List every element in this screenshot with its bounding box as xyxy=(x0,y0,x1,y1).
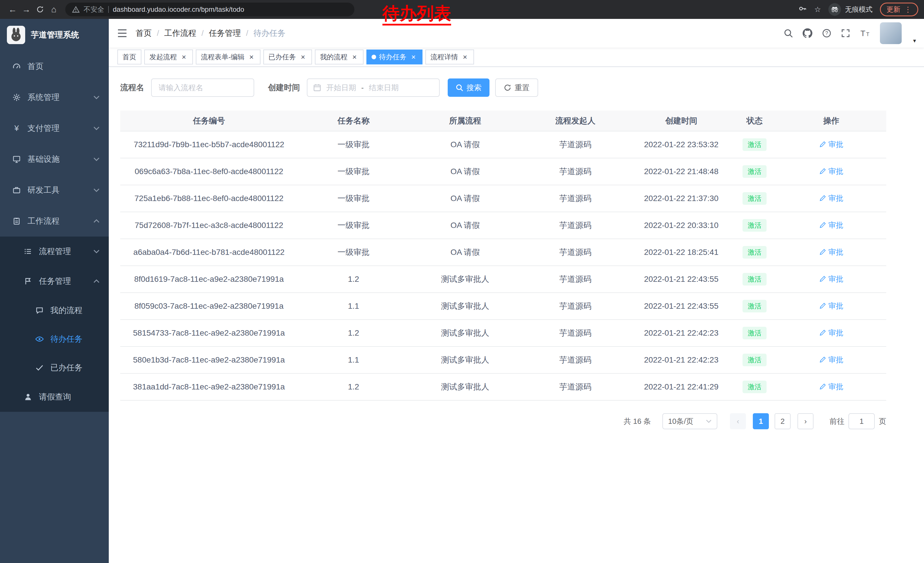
tab-item[interactable]: 首页 xyxy=(117,50,141,65)
cell-id: 069c6a63-7b8a-11ec-8ef0-acde48001122 xyxy=(120,158,298,185)
search-icon[interactable] xyxy=(784,29,793,38)
forward-button[interactable]: → xyxy=(20,3,33,17)
cell-status: 激活 xyxy=(733,320,776,347)
cell-created: 2022-01-22 21:37:30 xyxy=(630,185,733,212)
tab-item[interactable]: 流程详情× xyxy=(425,50,474,65)
sidebar-item-system[interactable]: 系统管理 xyxy=(0,82,109,113)
incognito-indicator: 无痕模式 xyxy=(828,3,873,16)
page-size-select[interactable]: 10条/页 xyxy=(662,413,717,429)
fullscreen-icon[interactable] xyxy=(841,29,850,38)
app-logo[interactable]: 芋道管理系统 xyxy=(0,19,109,51)
sidebar-item-devtools[interactable]: 研发工具 xyxy=(0,175,109,206)
help-icon[interactable]: ? xyxy=(822,29,831,38)
cell-name: 1.2 xyxy=(298,266,410,293)
back-button[interactable]: ← xyxy=(6,3,20,17)
approve-button[interactable]: 审批 xyxy=(819,193,843,203)
breadcrumb-separator: / xyxy=(246,29,249,38)
approve-button[interactable]: 审批 xyxy=(819,328,843,338)
tab-close-icon[interactable]: × xyxy=(350,53,358,61)
sidebar-item-my-processes[interactable]: 我的流程 xyxy=(0,296,109,325)
avatar[interactable] xyxy=(880,23,902,44)
url-bar[interactable]: 不安全 dashboard.yudao.iocoder.cn/bpm/task/… xyxy=(65,3,354,17)
sidebar-item-home[interactable]: 首页 xyxy=(0,51,109,82)
bookmark-star-icon[interactable]: ☆ xyxy=(814,5,821,14)
status-badge: 激活 xyxy=(742,219,766,231)
browser-menu-icon[interactable]: ⋮ xyxy=(904,5,912,14)
reload-button[interactable] xyxy=(33,3,47,17)
date-separator: - xyxy=(361,83,364,92)
cell-id: 8f059c03-7ac8-11ec-a9e2-a2380e71991a xyxy=(120,293,298,320)
update-button[interactable]: 更新 ⋮ xyxy=(880,3,918,17)
tab-close-icon[interactable]: × xyxy=(410,53,417,61)
sidebar-item-todo-tasks[interactable]: 待办任务 xyxy=(0,325,109,353)
breadcrumb-item-home[interactable]: 首页 xyxy=(136,28,152,39)
tab-item[interactable]: 待办任务× xyxy=(366,50,423,65)
tab-close-icon[interactable]: × xyxy=(180,53,188,61)
cell-created: 2022-01-21 22:43:55 xyxy=(630,293,733,320)
approve-button[interactable]: 审批 xyxy=(819,355,843,365)
cell-status: 激活 xyxy=(733,185,776,212)
page-button-1[interactable]: 1 xyxy=(753,413,769,429)
tab-close-icon[interactable]: × xyxy=(299,53,307,61)
tab-item[interactable]: 流程表单-编辑× xyxy=(196,50,261,65)
cell-action: 审批 xyxy=(776,239,886,266)
approve-button[interactable]: 审批 xyxy=(819,247,843,257)
approve-button[interactable]: 审批 xyxy=(819,274,843,284)
sidebar: 芋道管理系统 首页 系统管理 ¥ 支付管理 xyxy=(0,19,109,563)
approve-button[interactable]: 审批 xyxy=(819,140,843,150)
cell-action: 审批 xyxy=(776,212,886,239)
tab-label: 流程表单-编辑 xyxy=(201,53,244,62)
goto-page-input[interactable] xyxy=(848,413,875,429)
content: 流程名 创建时间 开始日期 - 结束日期 搜索 重 xyxy=(109,67,924,563)
annotation-todo-list: 待办列表 xyxy=(382,3,451,26)
column-header-task-id: 任务编号 xyxy=(120,111,298,131)
omnibox-divider xyxy=(108,6,109,13)
cell-starter: 芋道源码 xyxy=(521,293,630,320)
breadcrumb-item-workflow[interactable]: 工作流程 xyxy=(164,28,196,39)
tab-label: 发起流程 xyxy=(149,53,177,62)
sidebar-item-label: 流程管理 xyxy=(39,246,71,257)
approve-button[interactable]: 审批 xyxy=(819,167,843,176)
sidebar-item-done-tasks[interactable]: 已办任务 xyxy=(0,353,109,382)
home-button[interactable]: ⌂ xyxy=(47,3,61,17)
sidebar-item-task-management[interactable]: 任务管理 xyxy=(0,266,109,296)
status-badge: 激活 xyxy=(742,165,766,177)
key-icon[interactable] xyxy=(798,4,807,15)
page-button-2[interactable]: 2 xyxy=(775,413,790,429)
tab-item[interactable]: 已办任务× xyxy=(263,50,312,65)
next-page-button[interactable]: › xyxy=(798,413,813,429)
yen-icon: ¥ xyxy=(12,124,22,133)
table-row: 8f0d1619-7ac8-11ec-a9e2-a2380e71991a1.2测… xyxy=(120,266,886,293)
tab-item[interactable]: 发起流程× xyxy=(144,50,193,65)
sidebar-item-process-management[interactable]: 流程管理 xyxy=(0,237,109,266)
hamburger-icon[interactable] xyxy=(109,29,136,38)
sidebar-item-payment[interactable]: ¥ 支付管理 xyxy=(0,113,109,144)
breadcrumb-item-task-management[interactable]: 任务管理 xyxy=(209,28,241,39)
prev-page-button[interactable]: ‹ xyxy=(730,413,746,429)
caret-down-icon[interactable]: ▾ xyxy=(913,37,916,44)
sidebar-item-workflow[interactable]: 工作流程 xyxy=(0,206,109,237)
cell-process: 测试多审批人 xyxy=(410,266,521,293)
approve-button[interactable]: 审批 xyxy=(819,220,843,230)
process-name-input[interactable] xyxy=(151,78,254,97)
reset-button[interactable]: 重置 xyxy=(495,78,538,97)
status-badge: 激活 xyxy=(742,246,766,258)
approve-button[interactable]: 审批 xyxy=(819,382,843,392)
tab-close-icon[interactable]: × xyxy=(461,53,469,61)
status-badge: 激活 xyxy=(742,138,766,151)
column-header-actions: 操作 xyxy=(776,111,886,131)
date-range-picker[interactable]: 开始日期 - 结束日期 xyxy=(307,78,440,97)
search-button[interactable]: 搜索 xyxy=(448,78,489,97)
not-secure-icon xyxy=(72,6,80,13)
approve-button[interactable]: 审批 xyxy=(819,301,843,311)
sidebar-menu: 首页 系统管理 ¥ 支付管理 基础设施 xyxy=(0,51,109,412)
sidebar-item-infrastructure[interactable]: 基础设施 xyxy=(0,144,109,175)
tab-item[interactable]: 我的流程× xyxy=(315,50,363,65)
table-row: 381aa1dd-7ac8-11ec-a9e2-a2380e71991a1.2测… xyxy=(120,374,886,400)
github-icon[interactable] xyxy=(802,29,812,38)
font-size-icon[interactable]: TT xyxy=(860,29,870,38)
tab-close-icon[interactable]: × xyxy=(248,53,255,61)
column-header-created: 创建时间 xyxy=(630,111,733,131)
cell-name: 1.2 xyxy=(298,320,410,347)
sidebar-item-leave-query[interactable]: 请假查询 xyxy=(0,382,109,412)
